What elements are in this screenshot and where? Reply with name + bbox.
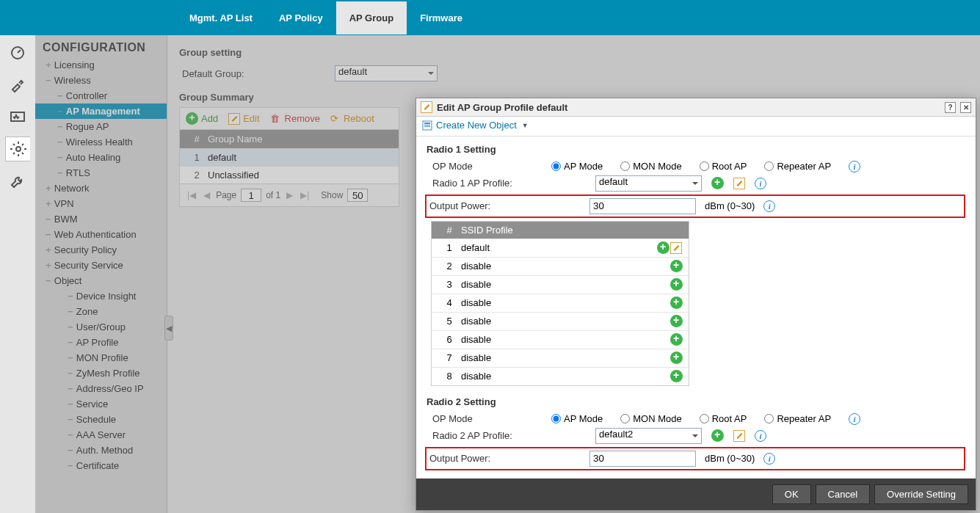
- radio2-profile-label: Radio 2 AP Profile:: [432, 430, 587, 441]
- table-row[interactable]: 1default: [180, 148, 399, 166]
- dashboard-icon[interactable]: [5, 40, 30, 65]
- nav-address-geo-ip[interactable]: Address/Geo IP: [35, 381, 167, 396]
- info-icon[interactable]: i: [849, 161, 860, 172]
- tab-ap-policy[interactable]: AP Policy: [266, 1, 336, 34]
- nav-service[interactable]: Service: [35, 396, 167, 412]
- nav-device-insight[interactable]: Device Insight: [35, 288, 167, 304]
- info-icon[interactable]: i: [755, 178, 766, 189]
- nav-rogue-ap[interactable]: Rogue AP: [35, 119, 167, 134]
- pager-last[interactable]: ▶|: [299, 190, 311, 200]
- pager-page-input[interactable]: [241, 189, 261, 202]
- ssid-row[interactable]: 1default+: [432, 239, 689, 257]
- tab-firmware[interactable]: Firmware: [407, 1, 476, 34]
- nav-zymesh-profile[interactable]: ZyMesh Profile: [35, 365, 167, 381]
- nav-controller[interactable]: Controller: [35, 88, 167, 103]
- nav-certificate[interactable]: Certificate: [35, 458, 167, 473]
- ssid-row[interactable]: 5disable+: [432, 312, 689, 330]
- ssid-add[interactable]: +: [669, 315, 683, 328]
- ssid-row[interactable]: 6disable+: [432, 330, 689, 349]
- ssid-add[interactable]: +: [656, 241, 669, 255]
- nav-mon-profile[interactable]: MON Profile: [35, 350, 167, 365]
- ssid-add[interactable]: +: [669, 296, 683, 310]
- radio2-profile-add[interactable]: +: [711, 429, 724, 443]
- ssid-row[interactable]: 4disable+: [432, 294, 689, 312]
- nav-auto-healing[interactable]: Auto Healing: [35, 150, 167, 165]
- edit-button[interactable]: Edit: [228, 113, 259, 125]
- ssid-add[interactable]: +: [669, 278, 683, 291]
- ssid-row[interactable]: 7disable+: [432, 349, 689, 367]
- radio1-output-input[interactable]: [589, 198, 696, 214]
- nav-auth-method[interactable]: Auth. Method: [35, 443, 167, 458]
- nav-ap-management[interactable]: AP Management: [35, 103, 167, 119]
- remove-button[interactable]: 🗑Remove: [270, 113, 320, 124]
- radio1-repeater-ap[interactable]: Repeater AP: [764, 161, 831, 172]
- radio1-profile-add[interactable]: +: [711, 177, 724, 190]
- pager-first[interactable]: |◀: [186, 190, 197, 200]
- nav-network[interactable]: Network: [35, 181, 167, 196]
- nav-web-authentication[interactable]: Web Authentication: [35, 227, 167, 242]
- pager-prev[interactable]: ◀: [202, 190, 211, 200]
- override-setting-button[interactable]: Override Setting: [874, 484, 968, 504]
- radio1-mon-mode[interactable]: MON Mode: [620, 161, 681, 172]
- info-icon[interactable]: i: [755, 430, 766, 442]
- nav-security-service[interactable]: Security Service: [35, 258, 167, 273]
- radio2-ap-mode[interactable]: AP Mode: [551, 413, 603, 424]
- add-button[interactable]: +Add: [186, 112, 218, 125]
- configuration-icon[interactable]: [5, 137, 30, 161]
- cancel-button[interactable]: Cancel: [816, 484, 870, 504]
- nav-zone[interactable]: Zone: [35, 304, 167, 319]
- radio2-root-ap[interactable]: Root AP: [700, 413, 747, 424]
- create-new-object-link[interactable]: Create New Object: [422, 120, 529, 131]
- nav-user-group[interactable]: User/Group: [35, 319, 167, 335]
- info-icon[interactable]: i: [763, 453, 775, 465]
- nav-object[interactable]: Object: [35, 273, 167, 288]
- radio1-ap-mode[interactable]: AP Mode: [551, 161, 603, 172]
- pager-next[interactable]: ▶: [285, 190, 294, 200]
- radio2-repeater-ap[interactable]: Repeater AP: [764, 413, 831, 424]
- radio1-profile-label: Radio 1 AP Profile:: [432, 178, 587, 189]
- ssid-add[interactable]: +: [669, 370, 683, 383]
- ssid-edit[interactable]: [669, 241, 683, 255]
- table-row[interactable]: 2Unclassified: [180, 166, 399, 183]
- ssid-row[interactable]: 3disable+: [432, 275, 689, 294]
- default-group-select[interactable]: default: [335, 65, 438, 81]
- pager-show-input[interactable]: [347, 189, 368, 202]
- maintenance-icon[interactable]: [5, 169, 30, 194]
- nav-rtls[interactable]: RTLS: [35, 165, 167, 181]
- nav-bwm[interactable]: BWM: [35, 211, 167, 227]
- nav-wireless-health[interactable]: Wireless Health: [35, 134, 167, 150]
- tab-ap-group[interactable]: AP Group: [336, 1, 407, 34]
- ssid-row[interactable]: 2disable+: [432, 257, 689, 275]
- nav-ap-profile[interactable]: AP Profile: [35, 335, 167, 350]
- monitor-icon[interactable]: [5, 104, 30, 129]
- ok-button[interactable]: OK: [772, 484, 811, 504]
- nav-licensing[interactable]: Licensing: [35, 57, 167, 73]
- info-icon[interactable]: i: [763, 200, 775, 212]
- nav-security-policy[interactable]: Security Policy: [35, 242, 167, 258]
- radio1-output-unit: dBm (0~30): [705, 200, 755, 211]
- help-button[interactable]: ?: [945, 102, 956, 113]
- nav-schedule[interactable]: Schedule: [35, 412, 167, 427]
- radio1-profile-edit[interactable]: [733, 177, 746, 190]
- info-icon[interactable]: i: [849, 413, 860, 425]
- reboot-button[interactable]: ⟳Reboot: [330, 113, 374, 124]
- ssid-add[interactable]: +: [669, 260, 683, 273]
- ssid-add[interactable]: +: [669, 352, 683, 365]
- ssid-add[interactable]: +: [669, 333, 683, 346]
- radio2-mon-mode[interactable]: MON Mode: [620, 413, 681, 424]
- nav-aaa-server[interactable]: AAA Server: [35, 427, 167, 443]
- nav-vpn[interactable]: VPN: [35, 196, 167, 211]
- radio2-output-input[interactable]: [589, 451, 696, 467]
- summary-toolbar: +Add Edit 🗑Remove ⟳Reboot: [179, 107, 399, 129]
- modal-title-text: Edit AP Group Profile default: [437, 102, 567, 113]
- radio2-profile-select[interactable]: default2: [595, 428, 702, 444]
- tab-mgmt-ap-list[interactable]: Mgmt. AP List: [176, 1, 266, 34]
- ssid-row[interactable]: 8disable+: [432, 367, 689, 385]
- wizard-icon[interactable]: [5, 72, 30, 97]
- radio1-profile-select[interactable]: default: [595, 175, 702, 192]
- nav-wireless[interactable]: Wireless: [35, 73, 167, 88]
- close-button[interactable]: ✕: [960, 102, 971, 113]
- radio2-profile-edit[interactable]: [733, 429, 746, 443]
- radio1-root-ap[interactable]: Root AP: [700, 161, 747, 172]
- sidebar-collapse-handle[interactable]: ◀: [164, 316, 173, 341]
